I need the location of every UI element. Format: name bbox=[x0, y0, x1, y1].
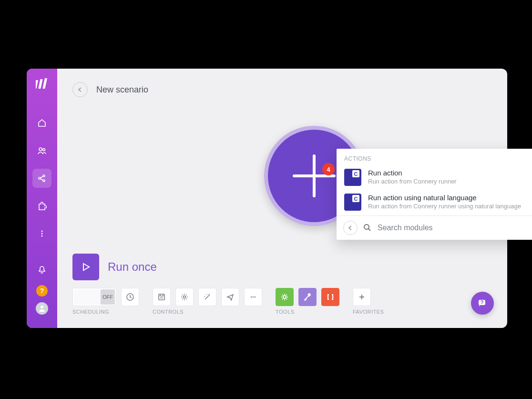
users-icon[interactable] bbox=[32, 141, 51, 160]
popup-header: ACTIONS bbox=[337, 149, 532, 166]
actions-popup: ACTIONS C Run action Run action from Con… bbox=[337, 149, 532, 240]
svg-point-16 bbox=[251, 297, 252, 298]
toggle-off-label: OFF bbox=[101, 289, 115, 305]
run-label: Run once bbox=[108, 260, 157, 274]
tools-label: TOOLS bbox=[276, 309, 339, 315]
save-icon[interactable] bbox=[153, 288, 171, 306]
connery-icon: C bbox=[344, 169, 361, 186]
svg-rect-1 bbox=[38, 79, 42, 89]
back-button[interactable] bbox=[72, 82, 88, 97]
svg-point-7 bbox=[43, 180, 45, 182]
sidebar-bottom: ? bbox=[32, 260, 51, 318]
avatar[interactable] bbox=[36, 302, 48, 315]
action-item-desc: Run action from Connery runner using nat… bbox=[368, 203, 521, 210]
svg-point-17 bbox=[253, 297, 254, 298]
favorites-group: FAVORITES bbox=[353, 288, 384, 315]
brackets-icon[interactable] bbox=[321, 288, 339, 306]
puzzle-icon[interactable] bbox=[32, 196, 51, 215]
svg-point-10 bbox=[41, 235, 43, 237]
action-item-title: Run action bbox=[368, 169, 457, 177]
svg-rect-2 bbox=[42, 78, 47, 89]
action-item-run-nl[interactable]: C Run action using natural language Run … bbox=[337, 191, 532, 215]
svg-rect-0 bbox=[36, 80, 38, 89]
svg-point-19 bbox=[283, 296, 286, 298]
wand-icon[interactable] bbox=[198, 288, 216, 306]
svg-point-9 bbox=[41, 233, 43, 235]
main-area: New scenario 4 ACTIONS C Run action Run … bbox=[57, 69, 507, 328]
clock-icon[interactable] bbox=[121, 288, 139, 306]
share-icon[interactable] bbox=[32, 169, 51, 188]
controls-label: CONTROLS bbox=[153, 309, 262, 315]
toolbar: OFF SCHEDULING bbox=[72, 288, 492, 315]
popup-search-row bbox=[337, 215, 532, 240]
svg-point-12 bbox=[364, 225, 369, 229]
ellipsis-icon[interactable] bbox=[244, 288, 262, 306]
svg-rect-14 bbox=[159, 294, 164, 300]
action-item-title: Run action using natural language bbox=[368, 194, 521, 202]
wrench-icon[interactable] bbox=[298, 288, 317, 306]
controls-group: CONTROLS bbox=[153, 288, 262, 315]
logo bbox=[36, 78, 48, 91]
popup-back-button[interactable] bbox=[343, 221, 358, 235]
tools-group: TOOLS bbox=[276, 288, 339, 315]
bell-icon[interactable] bbox=[32, 260, 51, 279]
scheduling-toggle[interactable]: OFF bbox=[72, 288, 116, 306]
sidebar: ? bbox=[27, 69, 57, 328]
gear-icon[interactable] bbox=[175, 288, 194, 306]
svg-point-3 bbox=[39, 148, 42, 151]
plus-icon[interactable] bbox=[353, 288, 371, 306]
action-item-run-action[interactable]: C Run action Run action from Connery run… bbox=[337, 166, 532, 191]
plane-icon[interactable] bbox=[221, 288, 239, 306]
notification-badge: 4 bbox=[322, 163, 335, 175]
sidebar-nav bbox=[32, 113, 51, 243]
home-icon[interactable] bbox=[32, 113, 51, 133]
page-title: New scenario bbox=[96, 85, 148, 95]
sun-gear-icon[interactable] bbox=[276, 288, 294, 306]
help-icon[interactable]: ? bbox=[36, 285, 48, 297]
search-input[interactable] bbox=[378, 224, 532, 232]
app-window: ? New scenario 4 ACTIONS C bbox=[27, 69, 507, 328]
header: New scenario bbox=[72, 82, 492, 97]
search-icon bbox=[363, 224, 372, 232]
svg-point-11 bbox=[41, 306, 43, 308]
scheduling-label: SCHEDULING bbox=[72, 309, 139, 315]
action-item-desc: Run action from Connery runner bbox=[368, 178, 457, 185]
more-icon[interactable] bbox=[32, 224, 51, 243]
svg-text:?: ? bbox=[481, 299, 484, 305]
scheduling-group: OFF SCHEDULING bbox=[72, 288, 139, 315]
run-block: Run once bbox=[72, 254, 492, 280]
connery-icon: C bbox=[344, 194, 361, 211]
run-button[interactable] bbox=[72, 254, 99, 280]
svg-point-4 bbox=[43, 149, 45, 151]
canvas[interactable]: 4 ACTIONS C Run action Run action from C… bbox=[72, 97, 492, 254]
help-fab[interactable]: ? bbox=[471, 292, 494, 315]
svg-point-15 bbox=[184, 296, 186, 298]
svg-point-18 bbox=[255, 297, 256, 298]
svg-point-6 bbox=[43, 175, 45, 177]
favorites-label: FAVORITES bbox=[353, 309, 384, 315]
svg-point-8 bbox=[41, 231, 43, 232]
svg-point-5 bbox=[39, 177, 41, 179]
